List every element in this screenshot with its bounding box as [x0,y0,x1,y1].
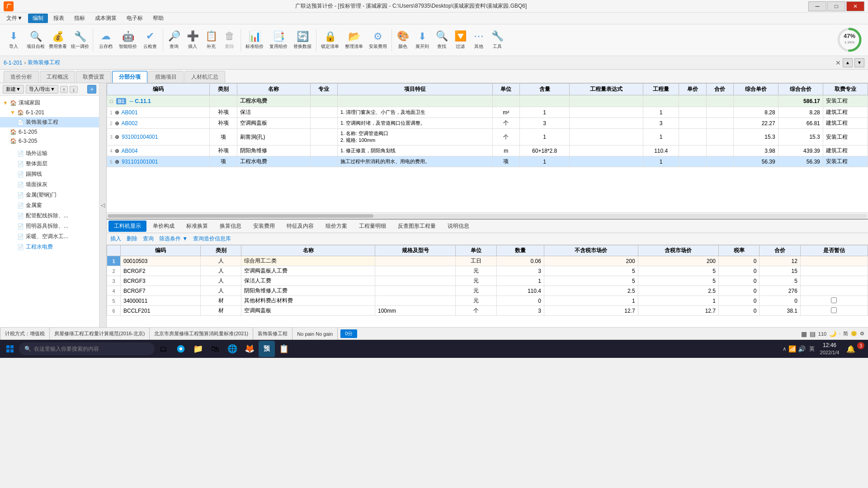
sub-table-row[interactable]: 5 34000011 材 其他材料费占材料费 元 0 1 1 0 0 [107,296,868,306]
taskbar-search[interactable]: 🔍 在这里输入你要搜索的内容 [19,343,155,355]
breadcrumb-item-2[interactable]: 装饰装修工程 [28,59,60,66]
sub-table-row[interactable]: 4 BCRGF7 人 阴阳角维修人工费 元 110.4 2.5 2.5 0 27… [107,286,868,296]
toolbar-delete[interactable]: 🗑 删除 [221,26,239,54]
bottom-insert-btn[interactable]: 插入 [110,235,121,243]
start-button[interactable] [2,341,18,357]
menu-report[interactable]: 报表 [49,14,69,23]
btab-features[interactable]: 特征及内容 [281,221,319,232]
menu-file[interactable]: 文件▼ [2,14,27,23]
taskbar-icon-app1[interactable]: 预 [259,341,275,357]
toolbar-tools[interactable]: 🔧 工具 [488,26,506,54]
toolbar-selfcheck[interactable]: 🔍 项目自检 [25,26,47,54]
minimize-button[interactable]: ─ [808,1,826,11]
toolbar-cloud-archive[interactable]: ☁ 云存档 [95,26,117,54]
bottom-query-btn[interactable]: 查询 [143,235,154,243]
toolbar-insert[interactable]: ➕ 插入 [184,26,202,54]
btab-install-fee[interactable]: 安装费用 [248,221,280,232]
sub-table-row[interactable]: 3 BCRGF3 人 保洁人工费 元 1 5 5 0 5 [107,276,868,286]
toolbar-expand[interactable]: ⬇ 展开到 [412,26,432,54]
sidebar-import-btn[interactable]: 导入/导出▼ [26,85,58,94]
tab-overview[interactable]: 工程概况 [40,71,75,83]
taskbar-icon-chrome[interactable]: 🌐 [224,341,241,357]
toolbar-cloud-check[interactable]: ✔ 云检查 [139,26,161,54]
tray-network[interactable]: 📶 [788,345,796,352]
btab-notes[interactable]: 说明信息 [442,221,475,232]
toolbar-smart-price[interactable]: 🤖 智能组价 [117,26,139,54]
table-row[interactable]: 5 ⊕ 931101001001 项 工程水电费 施工过程中所消耗的用水、用电的… [107,156,868,167]
maximize-button[interactable]: □ [827,1,845,11]
toolbar-install-fee[interactable]: ⚙ 安装费用 [366,26,390,54]
sidebar-item-whole-floor[interactable]: 📄 整体面层 [0,159,99,169]
horizontal-scrollbar[interactable] [108,214,867,218]
estimate-checkbox-6[interactable] [831,307,837,313]
table-row[interactable]: 2 ⊕ AB002 补项 空调阀盖板 1. 空调阀封堵，及管道阀口位置调整。 个… [107,118,868,129]
toolbar-reuse-price[interactable]: 📑 复用组价 [267,26,290,54]
taskbar-icon-edge[interactable] [173,341,189,357]
toolbar-supplement[interactable]: 📋 补充 [202,26,220,54]
estimate-checkbox-5[interactable] [831,297,837,303]
tray-volume[interactable]: 🔊 [798,345,806,352]
sidebar-item-6-3-205[interactable]: 🏠 6-3-205 [0,136,99,145]
sidebar-up-btn[interactable]: ↑ [60,86,68,93]
sidebar-item-wiring[interactable]: 📄 配管配线拆除、... [0,211,99,221]
toolbar-organize[interactable]: 📂 整理清单 [342,26,366,54]
btab-std-calc[interactable]: 标准换算 [181,221,213,232]
btab-reverse-check[interactable]: 反查图形工程量 [392,221,441,232]
bottom-delete-btn[interactable]: 删除 [127,235,137,243]
tab-sections[interactable]: 分部分项 [112,71,147,83]
status-price-std[interactable]: 北京市房屋修缮工程预算消耗量标准(2021) [150,328,253,340]
close-button[interactable]: ✕ [846,1,864,11]
sidebar-item-baseboard[interactable]: 📄 踢脚线 [0,169,99,179]
tray-up-icon[interactable]: ∧ [783,346,787,352]
taskbar-icon-app2[interactable]: 📋 [276,341,292,357]
sidebar-add-btn[interactable]: + [87,85,96,94]
btab-qty-detail[interactable]: 工程量明细 [354,221,392,232]
collapse-sidebar-btn[interactable]: ◁ [99,83,107,327]
taskbar-icon-explorer[interactable]: 🗂 [156,341,172,357]
sidebar-item-6-1-201[interactable]: ▼ 🏠 6-1-201 [0,108,99,117]
status-score[interactable]: 0分 [338,328,360,340]
nav-down[interactable]: ▼ [854,58,864,67]
nav-up[interactable]: ▲ [843,58,853,67]
tab-cost-analysis[interactable]: 造价分析 [4,71,39,83]
sidebar-item-lighting[interactable]: 📄 照明器具拆除、... [0,221,99,231]
system-clock[interactable]: 12:46 2022/1/4 [818,342,841,356]
menu-cost[interactable]: 成本测算 [90,14,121,23]
table-row[interactable]: 3 ⊕ 931001004001 项 刷凿洞(孔) 1. 名称: 空调管道阀口2… [107,129,868,145]
menu-edit[interactable]: 编制 [28,14,48,23]
tray-notification[interactable]: 🔔 [843,341,859,357]
tray-lang[interactable]: 英 [807,345,816,353]
sidebar-item-metal-door[interactable]: 📄 金属(塑钢)门 [0,190,99,200]
tab-fee-setting[interactable]: 取费设置 [76,71,111,83]
taskbar-icon-file[interactable]: 📁 [190,341,206,357]
sidebar-item-water-fee[interactable]: 📄 工程水电费 [0,242,99,252]
toolbar-adjust[interactable]: 🔧 统一调价 [69,26,91,54]
view-grid-btn[interactable]: ▦ [801,330,807,338]
toolbar-color[interactable]: 🎨 颜色 [394,26,412,54]
sidebar-item-outdoor[interactable]: 📄 场外运输 [0,148,99,159]
menu-index[interactable]: 指标 [70,14,90,23]
taskbar-icon-store[interactable]: 🛍 [207,341,223,357]
taskbar-icon-fox[interactable]: 🦊 [241,341,258,357]
sub-table-row[interactable]: 1 00010503 人 综合用工二类 工日 0.06 200 200 0 12 [107,256,868,266]
sidebar-new-btn[interactable]: 新建▼ [3,85,24,94]
view-list-btn[interactable]: ▤ [810,330,816,338]
toolbar-replace-data[interactable]: 🔄 替换数据 [291,26,314,54]
lang-simple[interactable]: 简 [843,330,848,337]
sub-table-row[interactable]: 6 BCCLF201 材 空调阀盖板 100mm 个 3 12.7 12.7 0… [107,306,868,316]
sidebar-item-decoration[interactable]: 📄 装饰装修工程 [0,117,99,127]
menu-help[interactable]: 帮助 [148,14,168,23]
bottom-price-query-btn[interactable]: 查询造价信息库 [193,235,231,243]
tab-labor-material[interactable]: 人材机汇总 [184,71,225,83]
tab-measures[interactable]: 措施项目 [148,71,184,83]
toolbar-lock[interactable]: 🔒 锁定清单 [318,26,342,54]
toolbar-fee-view[interactable]: 💰 费用查看 [47,26,69,54]
toolbar-query[interactable]: 🔎 查询 [165,26,183,54]
bottom-filter-btn[interactable]: 筛选条件 ▼ [159,235,188,243]
btab-labor[interactable]: 工料机显示 [108,221,146,232]
toolbar-find[interactable]: 🔍 查找 [433,26,451,54]
toolbar-import[interactable]: ⬇ 导入 [3,26,24,54]
breadcrumb-item-1[interactable]: 6-1-201 [4,60,22,66]
toolbar-other[interactable]: ⋯ 其他 [470,26,488,54]
sidebar-item-metal-window[interactable]: 📄 金属窗 [0,200,99,211]
